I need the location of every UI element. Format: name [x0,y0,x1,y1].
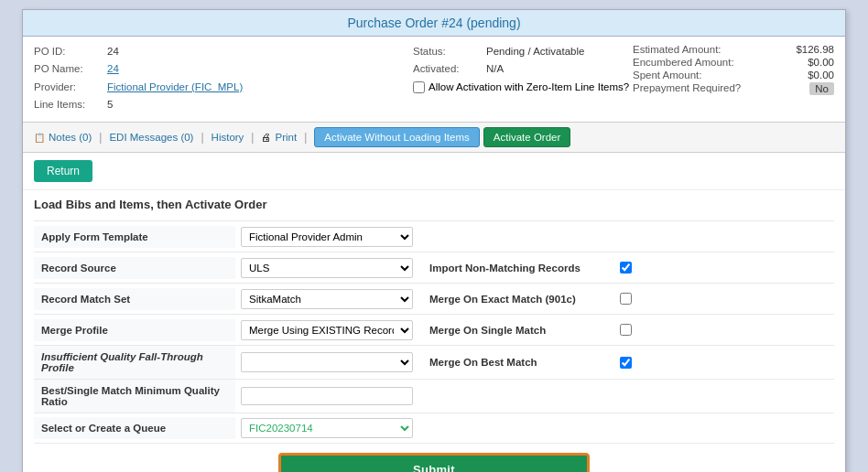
insufficient-quality-select[interactable] [241,352,413,372]
edi-link[interactable]: EDI Messages (0) [109,132,193,143]
estimated-label: Estimated Amount: [633,44,722,55]
best-single-input-area: 0 [235,383,418,409]
form-grid: Apply Form Template Fictional Provider A… [34,220,834,444]
toolbar: Notes (0) | EDI Messages (0) | History |… [23,123,845,153]
merge-single-label: Merge On Single Match [429,325,613,336]
merge-best-label: Merge On Best Match [429,357,613,368]
zero-item-checkbox[interactable] [413,81,425,93]
zero-item-row: Allow Activation with Zero-Item Line Ite… [413,81,633,93]
print-link[interactable]: Print [275,132,297,143]
merge-exact-area: Merge On Exact Match (901c) [418,289,834,308]
form-section: Load Bibs and Items, then Activate Order… [23,190,845,472]
notes-icon [34,131,45,144]
record-match-input-area: SitkaMatch [235,285,418,313]
merge-exact-checkbox[interactable] [620,293,632,305]
best-single-label: Best/Single Match Minimum Quality Ratio [34,380,235,413]
history-link[interactable]: History [212,132,244,143]
info-middle: Status: Pending / Activatable Activated:… [413,44,633,114]
select-queue-label: Select or Create a Queue [34,417,235,439]
import-non-matching-label: Import Non-Matching Records [429,263,613,274]
estimated-value: $126.98 [796,44,834,55]
record-match-select[interactable]: SitkaMatch [241,289,413,309]
apply-form-input-area: Fictional Provider Admin [235,223,418,251]
po-id-label: PO ID: [34,44,107,59]
import-non-matching-area: Import Non-Matching Records [418,258,834,277]
sep3: | [251,131,254,144]
record-source-row: Record Source ULS Import Non-Matching Re… [34,252,834,283]
apply-form-label: Apply Form Template [34,226,235,248]
record-source-select[interactable]: ULS [241,258,413,278]
select-queue-row: Select or Create a Queue FIC20230714 [34,413,834,444]
import-non-matching-checkbox[interactable] [620,262,632,274]
merge-profile-row: Merge Profile Merge Using EXISTING Recor… [34,314,834,345]
record-source-input-area: ULS [235,254,418,282]
prepayment-label: Prepayment Required? [633,82,741,95]
prepayment-value: No [809,82,834,95]
activated-label: Activated: [413,61,486,77]
record-source-label: Record Source [34,257,235,279]
provider-label: Provider: [34,80,107,95]
sep4: | [304,131,307,144]
activate-no-load-button[interactable]: Activate Without Loading Items [314,127,480,147]
encumbered-label: Encumbered Amount: [633,57,734,68]
notes-link[interactable]: Notes (0) [49,132,92,143]
submit-row: Submit [34,444,834,472]
return-button[interactable]: Return [34,160,92,182]
merge-single-checkbox[interactable] [620,324,632,336]
insufficient-quality-input-area [235,349,418,376]
best-single-input[interactable]: 0 [241,387,413,405]
page-title: Purchase Order #24 (pending) [347,16,520,30]
insufficient-quality-row: Insufficient Quality Fall-Through Profil… [34,345,834,379]
return-section: Return [23,153,845,190]
select-queue-input-area: FIC20230714 [235,414,418,442]
merge-profile-label: Merge Profile [34,319,235,341]
print-icon [261,131,271,144]
info-section: PO ID: 24 PO Name: 24 Provider: Fictiona… [23,37,845,123]
activated-value: N/A [486,61,504,77]
record-match-row: Record Match Set SitkaMatch Merge On Exa… [34,283,834,314]
po-id-value: 24 [107,44,119,59]
sep2: | [201,131,203,144]
merge-best-area: Merge On Best Match [418,353,834,372]
po-name-label: PO Name: [34,61,107,77]
apply-form-row: Apply Form Template Fictional Provider A… [34,220,834,252]
main-container: Purchase Order #24 (pending) PO ID: 24 P… [22,9,846,472]
record-match-label: Record Match Set [34,288,235,310]
select-queue-select[interactable]: FIC20230714 [241,418,413,438]
apply-form-select[interactable]: Fictional Provider Admin [241,227,413,247]
best-single-row: Best/Single Match Minimum Quality Ratio … [34,379,834,413]
merge-profile-input-area: Merge Using EXISTING Record [235,316,418,344]
activate-order-button[interactable]: Activate Order [483,127,571,147]
title-bar: Purchase Order #24 (pending) [23,10,845,37]
status-value: Pending / Activatable [486,44,584,59]
line-items-label: Line Items: [34,97,107,113]
merge-single-area: Merge On Single Match [418,320,834,339]
info-right: Estimated Amount: $126.98 Encumbered Amo… [633,44,834,114]
zero-item-label: Allow Activation with Zero-Item Line Ite… [429,81,629,92]
encumbered-value: $0.00 [808,57,834,68]
merge-profile-select[interactable]: Merge Using EXISTING Record [241,320,413,340]
po-name-value[interactable]: 24 [107,61,119,77]
provider-value[interactable]: Fictional Provider (FIC_MPL) [107,80,243,95]
merge-best-checkbox[interactable] [620,357,632,369]
submit-button[interactable]: Submit [278,453,590,472]
form-title: Load Bibs and Items, then Activate Order [34,198,834,211]
line-items-value: 5 [107,97,113,113]
sep1: | [99,131,102,144]
spent-value: $0.00 [808,70,834,80]
info-left: PO ID: 24 PO Name: 24 Provider: Fictiona… [34,44,413,114]
status-label: Status: [413,44,486,59]
merge-exact-label: Merge On Exact Match (901c) [429,294,613,305]
spent-label: Spent Amount: [633,70,701,80]
insufficient-quality-label: Insufficient Quality Fall-Through Profil… [34,346,235,379]
